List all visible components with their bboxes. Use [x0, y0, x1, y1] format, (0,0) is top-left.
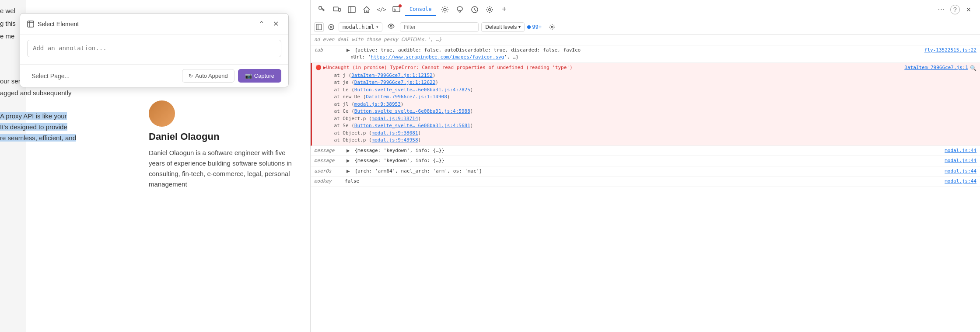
tab-console[interactable]: Console: [405, 3, 436, 16]
console-recording-button[interactable]: [390, 3, 402, 16]
stack-link-1[interactable]: DataItem-79966ce7.js:1:12152: [351, 73, 432, 78]
source-button[interactable]: </>: [375, 3, 388, 16]
svg-point-13: [551, 26, 553, 28]
modal-footer: Select Page... ↻ Auto Append 📷 Capture: [20, 64, 288, 87]
filter-input[interactable]: [400, 22, 479, 32]
message-expand-1[interactable]: ▶: [345, 148, 352, 153]
capchas-text: nd even deal with those pesky CAPTCHAs.'…: [314, 37, 441, 42]
chevron-down-icon: ▾: [376, 24, 378, 29]
modal-close-button[interactable]: ✕: [270, 19, 281, 29]
highlight-span-2: It's designed to provide: [0, 123, 67, 131]
help-button[interactable]: ?: [950, 5, 960, 14]
modkey-source[interactable]: modal.js:44: [945, 178, 976, 185]
message-text-1: {message: 'keydown', info: {…}}: [355, 148, 444, 153]
capture-button[interactable]: 📷 Capture: [238, 69, 281, 83]
svg-rect-10: [316, 24, 322, 30]
console-entry-tab: tab ▶ {active: true, audible: false, aut…: [311, 45, 980, 63]
error-source[interactable]: DataItem-79966ce7.js:1: [904, 64, 968, 72]
stack-line-1: at j (DataItem-79966ce7.js:1:12152): [322, 72, 473, 80]
console-settings-button[interactable]: [546, 21, 558, 33]
stack-link-5[interactable]: modal.js:9:38953: [354, 101, 401, 107]
message-content-2: ▶ {message: 'keydown', info: {…}}: [345, 157, 941, 165]
modkey-type: modkey: [314, 178, 345, 185]
message-type-2: message: [314, 157, 345, 165]
svg-point-9: [488, 8, 490, 10]
error-message-area: ▶Uncaught (in promise) TypeError: Cannot…: [323, 64, 901, 72]
highlight-span: A proxy API is like your: [0, 112, 67, 120]
modal-minimize-button[interactable]: ⌃: [256, 19, 267, 29]
text-line-7: It's designed to provide: [0, 121, 140, 132]
stack-line-7: at Object.p (modal.js:9:38714): [322, 115, 473, 123]
default-levels-button[interactable]: Default levels ▾: [481, 22, 525, 32]
refresh-icon: ↻: [189, 73, 193, 79]
message-source-2[interactable]: modal.js:44: [945, 157, 976, 165]
stack-link-4[interactable]: DataItem-79966ce7.js:1:14908: [366, 94, 447, 100]
select-page-button[interactable]: Select Page...: [27, 70, 74, 82]
more-options-button[interactable]: ···: [935, 3, 948, 16]
useros-source[interactable]: modal.js:44: [945, 168, 976, 175]
inspect-element-button[interactable]: [316, 3, 328, 16]
tab-object-text-2: nUrl: 'https://www.scrapingbee.com/image…: [345, 54, 518, 60]
modal-header-left: Select Element: [27, 21, 79, 28]
device-toggle-button[interactable]: [331, 3, 343, 16]
auto-append-button[interactable]: ↻ Auto Append: [182, 69, 234, 83]
error-header: 🔴 ▶Uncaught (in promise) TypeError: Cann…: [315, 64, 976, 72]
home-button[interactable]: [360, 3, 373, 16]
error-text: ▶Uncaught (in promise) TypeError: Cannot…: [323, 65, 573, 70]
stack-link-8[interactable]: Button.svelte_svelte…-6e08ba31.js:4:5681: [354, 123, 470, 128]
message-text-2: {message: 'keydown', info: {…}}: [355, 158, 444, 163]
stack-line-4: at new De (DataItem-79966ce7.js:1:14908): [322, 93, 473, 101]
stack-link-10[interactable]: modal.js:9:43958: [372, 137, 418, 143]
favicon-link[interactable]: https://www.scrapingbee.com/images/favic…: [371, 54, 504, 60]
devtools-toolbar: </> Console + ··· ? ✕: [311, 0, 980, 19]
stack-link-6[interactable]: Button.svelte_svelte…-6e08ba31.js:4:5988: [354, 108, 470, 114]
author-name: Daniel Olaogun: [149, 131, 298, 142]
stack-link-2[interactable]: DataItem-79966ce7.js:1:12622: [354, 80, 435, 85]
error-icon: 🔴: [315, 64, 322, 72]
badge-count-text: 99+: [532, 24, 542, 30]
svg-rect-0: [28, 21, 34, 27]
capture-label: Capture: [254, 73, 274, 79]
error-count-badge: 99+: [527, 24, 542, 30]
eye-button[interactable]: [385, 23, 397, 31]
stack-line-5: at jl (modal.js:9:38953): [322, 101, 473, 108]
tab-expand-button[interactable]: ▶: [345, 48, 352, 52]
svg-rect-3: [339, 8, 340, 11]
author-section: Daniel Olaogun Daniel Olaogun is a softw…: [149, 100, 298, 190]
gear-icon-button[interactable]: [483, 3, 496, 16]
console-entry-modkey: modkey false modal.js:44: [311, 176, 980, 187]
console-entry-capchas-content: nd even deal with those pesky CAPTCHAs.'…: [314, 36, 976, 44]
stack-link-9[interactable]: modal.js:9:38081: [372, 130, 418, 136]
svg-point-6: [444, 8, 446, 11]
annotation-input-area: [20, 35, 288, 64]
message-source-1[interactable]: modal.js:44: [945, 147, 976, 155]
add-tab-button[interactable]: +: [498, 3, 511, 16]
stack-line-10: at Object.p (modal.js:9:43958): [322, 137, 473, 144]
clear-console-button[interactable]: [326, 22, 336, 32]
svg-rect-1: [319, 7, 322, 9]
useros-expand[interactable]: ▶: [345, 169, 352, 173]
filename-text: modal.html: [343, 24, 374, 30]
message-expand-2[interactable]: ▶: [345, 158, 352, 163]
useros-type: userOs: [314, 168, 345, 175]
modal-title: Select Element: [38, 21, 79, 28]
performance-button[interactable]: [469, 3, 481, 16]
stack-line-2: at je (DataItem-79966ce7.js:1:12622): [322, 79, 473, 86]
close-devtools-button[interactable]: ✕: [962, 3, 975, 16]
console-sidebar-toggle[interactable]: [314, 22, 324, 32]
network-button[interactable]: [454, 3, 466, 16]
tab-source[interactable]: fly-13522515.js:22: [924, 47, 976, 54]
stack-line-6: at Ce (Button.svelte_svelte…-6e08ba31.js…: [322, 108, 473, 115]
settings-gear-button[interactable]: [439, 3, 451, 16]
annotation-input[interactable]: [27, 40, 281, 57]
sidebar-button[interactable]: [346, 3, 358, 16]
text-line-6: A proxy API is like your: [0, 99, 140, 121]
stack-link-7[interactable]: modal.js:9:38714: [372, 116, 418, 121]
magnify-icon[interactable]: 🔍: [970, 64, 976, 72]
camera-icon: 📷: [245, 73, 252, 79]
filename-badge[interactable]: modal.html ▾: [339, 22, 382, 32]
console-content: nd even deal with those pesky CAPTCHAs.'…: [311, 35, 980, 332]
stack-link-3[interactable]: Button.svelte_svelte…-6e08ba31.js:4:7825: [354, 87, 470, 93]
auto-append-label: Auto Append: [195, 73, 228, 79]
useros-text: {arch: 'arm64', nacl_arch: 'arm', os: 'm…: [355, 168, 482, 174]
